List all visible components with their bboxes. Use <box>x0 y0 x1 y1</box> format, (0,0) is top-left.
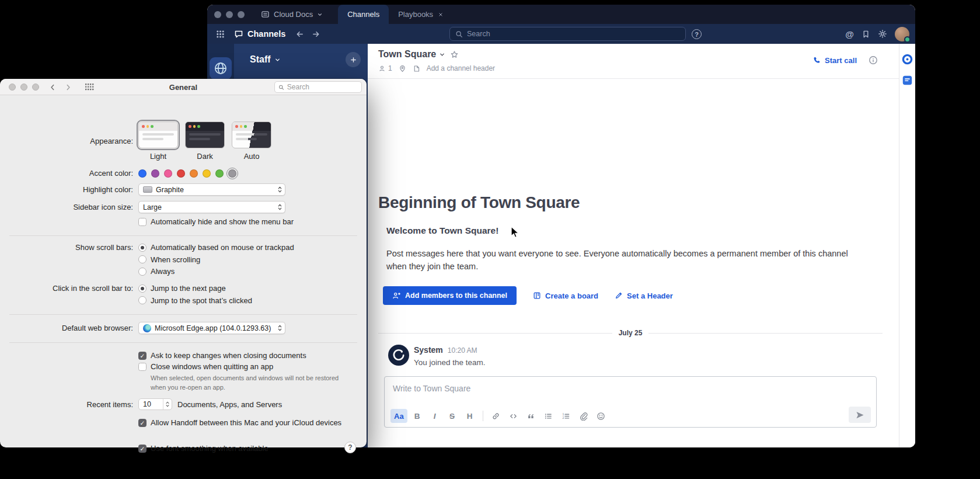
strikethrough-button[interactable]: S <box>445 409 460 423</box>
close-tab-icon[interactable] <box>438 12 444 18</box>
tab-playbooks[interactable]: Playbooks <box>389 5 453 24</box>
favorite-star-icon[interactable] <box>450 50 459 59</box>
numbered-list-button[interactable]: 12 <box>559 409 574 423</box>
formatting-toggle-button[interactable]: Aa <box>390 409 407 423</box>
italic-button[interactable]: I <box>427 409 442 423</box>
add-channel-header-button[interactable]: Add a channel header <box>427 64 495 72</box>
recent-items-stepper[interactable]: 10 <box>138 398 172 410</box>
radio-automatically[interactable] <box>138 244 147 252</box>
settings-gear-icon[interactable] <box>878 29 887 39</box>
help-button[interactable]: ? <box>344 442 356 453</box>
boards-app-icon[interactable] <box>901 53 913 65</box>
ask-keep-changes-checkbox[interactable]: ✓ <box>138 352 147 360</box>
mentions-icon[interactable]: @ <box>845 29 854 39</box>
accent-purple[interactable] <box>151 169 159 178</box>
workspace-selector[interactable]: Cloud Docs <box>261 10 323 19</box>
workspace-icon <box>261 10 270 19</box>
radio-label: Jump to the next page <box>151 284 226 293</box>
heading-button[interactable]: H <box>462 409 477 423</box>
stepper-arrows[interactable] <box>163 399 172 409</box>
accent-green[interactable] <box>215 169 224 178</box>
product-switcher-button[interactable] <box>212 26 228 41</box>
radio-jump-next-page[interactable] <box>138 284 147 293</box>
send-message-button[interactable] <box>849 407 871 423</box>
accent-yellow[interactable] <box>203 169 211 178</box>
add-members-button[interactable]: Add members to this channel <box>383 286 517 305</box>
prefs-search-input[interactable] <box>287 83 358 91</box>
bulleted-list-button[interactable] <box>541 409 556 423</box>
prefs-search-field[interactable] <box>274 81 362 93</box>
link-button[interactable] <box>489 409 504 423</box>
radio-jump-to-spot[interactable] <box>138 296 147 304</box>
accent-orange[interactable] <box>190 169 198 178</box>
appearance-option-dark[interactable]: Dark <box>185 122 225 161</box>
divider <box>9 235 357 236</box>
font-smoothing-checkbox[interactable]: ✓ <box>138 445 147 453</box>
channel-files-icon[interactable] <box>413 65 420 72</box>
radio-option[interactable]: Jump to the next page <box>138 284 252 293</box>
team-name-menu[interactable]: Staff <box>250 54 281 65</box>
default-browser-select[interactable]: Microsoft Edge.app (104.0.1293.63) <box>138 322 285 334</box>
history-forward-button[interactable] <box>308 26 324 41</box>
channel-info-icon[interactable] <box>869 55 878 65</box>
add-channel-button[interactable] <box>346 52 361 67</box>
menubar-checkbox[interactable] <box>138 218 147 226</box>
quote-button[interactable] <box>524 409 539 423</box>
minimize-window-button[interactable] <box>226 11 233 18</box>
message-composer: Aa B I S H <box>384 376 877 428</box>
accent-pink[interactable] <box>164 169 172 178</box>
accent-color-label: Accent color: <box>0 169 133 178</box>
phone-icon <box>813 56 821 64</box>
pinned-posts-icon[interactable] <box>399 65 406 72</box>
radio-always[interactable] <box>138 268 147 276</box>
history-back-button[interactable] <box>291 26 308 41</box>
back-button[interactable] <box>46 81 60 93</box>
playbooks-app-icon[interactable] <box>902 75 913 86</box>
emoji-button[interactable] <box>594 409 609 423</box>
radio-option[interactable]: Always <box>138 267 294 276</box>
accent-graphite[interactable] <box>228 169 236 178</box>
forward-button[interactable] <box>61 81 75 93</box>
handoff-checkbox[interactable]: ✓ <box>138 419 147 427</box>
global-search[interactable] <box>449 27 686 41</box>
zoom-window-button[interactable] <box>32 84 39 91</box>
appearance-thumb-dark[interactable] <box>185 122 225 148</box>
message-input[interactable] <box>385 377 876 393</box>
appearance-thumb-auto[interactable] <box>232 122 271 148</box>
message-sender[interactable]: System <box>414 345 443 355</box>
radio-option[interactable]: Automatically based on mouse or trackpad <box>138 243 294 252</box>
channel-name-menu[interactable]: Town Square <box>378 49 445 60</box>
close-window-button[interactable] <box>214 11 221 18</box>
close-windows-checkbox[interactable] <box>138 363 147 371</box>
create-board-button[interactable]: Create a board <box>533 291 598 300</box>
bold-button[interactable]: B <box>410 409 425 423</box>
search-input[interactable] <box>467 30 680 38</box>
accent-blue[interactable] <box>138 169 147 178</box>
select-arrows-icon <box>277 203 283 211</box>
help-icon[interactable]: ? <box>692 29 702 39</box>
minimize-window-button[interactable] <box>20 84 27 91</box>
members-count-button[interactable]: 1 <box>378 64 392 72</box>
tab-channels[interactable]: Channels <box>338 5 389 24</box>
attach-file-button[interactable] <box>576 409 591 423</box>
appearance-option-auto[interactable]: Auto <box>232 122 271 161</box>
date-divider-label[interactable]: July 25 <box>612 329 649 337</box>
close-window-button[interactable] <box>9 84 16 91</box>
show-all-preferences-button[interactable] <box>82 81 97 93</box>
start-call-button[interactable]: Start call <box>813 56 857 65</box>
radio-when-scrolling[interactable] <box>138 255 147 263</box>
radio-option[interactable]: When scrolling <box>138 255 294 264</box>
highlight-color-select[interactable]: Graphite <box>138 183 285 196</box>
team-icon-staff[interactable] <box>210 57 232 79</box>
start-call-label: Start call <box>825 56 857 65</box>
sidebar-icon-size-select[interactable]: Large <box>138 201 285 213</box>
saved-posts-icon[interactable] <box>862 30 870 39</box>
appearance-option-light[interactable]: Light <box>138 122 178 161</box>
radio-option[interactable]: Jump to the spot that’s clicked <box>138 296 252 305</box>
user-avatar[interactable] <box>895 27 909 41</box>
set-header-button[interactable]: Set a Header <box>615 291 673 300</box>
appearance-thumb-light[interactable] <box>138 122 178 148</box>
code-button[interactable] <box>506 409 521 423</box>
zoom-window-button[interactable] <box>238 11 245 18</box>
accent-red[interactable] <box>177 169 185 178</box>
